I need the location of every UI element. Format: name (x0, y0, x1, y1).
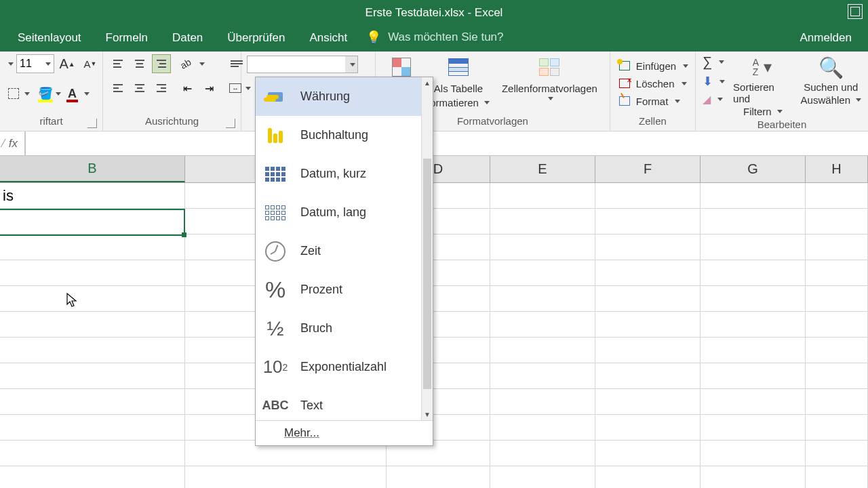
cell[interactable] (595, 338, 701, 363)
cell[interactable] (701, 415, 806, 441)
scroll-down-icon[interactable]: ▼ (422, 409, 433, 420)
cell[interactable] (0, 260, 185, 286)
cell[interactable] (595, 415, 701, 441)
cell[interactable] (806, 363, 868, 389)
cell[interactable] (806, 312, 868, 338)
cell[interactable] (701, 363, 806, 389)
nf-item-scientific[interactable]: 102 Exponentialzahl (256, 348, 433, 386)
cell[interactable] (490, 338, 595, 363)
align-bottom-left[interactable] (108, 79, 127, 98)
cell[interactable] (490, 441, 595, 466)
cell[interactable] (701, 441, 806, 466)
cell[interactable] (701, 312, 806, 338)
tab-formeln[interactable]: Formeln (94, 26, 160, 52)
tab-ueberpruefen[interactable]: Überprüfen (215, 26, 297, 52)
tab-daten[interactable]: Daten (160, 26, 215, 52)
shrink-font-icon[interactable]: A▼ (80, 54, 100, 73)
cell[interactable] (595, 441, 701, 466)
autosum-button[interactable]: ∑ (703, 54, 725, 70)
cell[interactable] (0, 389, 185, 415)
cell[interactable] (701, 235, 806, 260)
cell[interactable] (806, 260, 868, 286)
cell[interactable] (185, 466, 387, 488)
cell[interactable] (0, 441, 185, 466)
fill-button[interactable]: ⬇ (703, 74, 725, 89)
nf-item-percent[interactable]: % Prozent (256, 270, 433, 309)
cell[interactable] (806, 415, 868, 441)
cell[interactable] (701, 260, 806, 286)
cell[interactable] (490, 415, 595, 441)
cell[interactable] (490, 209, 595, 235)
cell-styles-button[interactable]: Zellenformatvorlagen (498, 54, 601, 100)
dialog-launcher-icon[interactable] (87, 119, 97, 128)
col-header-b[interactable]: B (0, 156, 185, 182)
cell[interactable] (806, 389, 868, 415)
align-bottom-right[interactable] (152, 79, 171, 98)
cell[interactable] (595, 389, 701, 415)
cell[interactable] (701, 466, 806, 488)
cell[interactable] (595, 286, 701, 312)
cell-b1[interactable]: is (0, 183, 185, 209)
tab-ansicht[interactable]: Ansicht (297, 26, 359, 52)
number-format-dropdown[interactable] (247, 56, 358, 73)
formula-input[interactable] (26, 131, 868, 155)
cell[interactable] (490, 286, 595, 312)
cell[interactable] (806, 338, 868, 363)
delete-cells-button[interactable]: ✕ Löschen (617, 76, 687, 91)
cell[interactable] (387, 466, 490, 488)
borders-button[interactable] (5, 84, 33, 103)
cell[interactable] (595, 183, 701, 209)
cell[interactable] (0, 209, 185, 235)
align-bottom-center[interactable] (130, 79, 149, 98)
cell[interactable] (490, 466, 595, 488)
menu-scrollbar[interactable]: ▲ ▼ (421, 77, 433, 420)
font-dropdown-icon[interactable] (8, 62, 14, 66)
cell[interactable] (701, 338, 806, 363)
cell[interactable] (490, 312, 595, 338)
cell[interactable] (0, 415, 185, 441)
cell[interactable] (806, 209, 868, 235)
scroll-thumb[interactable] (423, 159, 431, 389)
restore-window-icon[interactable] (848, 4, 863, 19)
nf-more-formats[interactable]: Mehr... (256, 420, 433, 445)
cell[interactable] (701, 209, 806, 235)
cell[interactable] (595, 235, 701, 260)
cancel-icon[interactable]: ⁄ (3, 138, 5, 150)
cell[interactable] (0, 286, 185, 312)
font-color-button[interactable]: A (65, 84, 92, 103)
format-cells-button[interactable]: Format (617, 94, 681, 108)
cell[interactable] (806, 235, 868, 260)
col-header-e[interactable]: E (490, 156, 595, 182)
cell[interactable] (490, 235, 595, 260)
nf-item-time[interactable]: Zeit (256, 232, 433, 270)
cell[interactable] (0, 312, 185, 338)
cell[interactable] (806, 286, 868, 312)
cell[interactable] (806, 183, 868, 209)
cell[interactable] (0, 235, 185, 260)
sort-filter-button[interactable]: A Z ▾ Sortieren und Filtern (733, 54, 793, 117)
cell[interactable] (490, 260, 595, 286)
align-top-center[interactable] (130, 54, 149, 73)
nf-item-date-long[interactable]: Datum, lang (256, 193, 433, 232)
spreadsheet-grid[interactable]: B D E F G H is (function(){ const rows =… (0, 156, 868, 488)
cell[interactable] (490, 389, 595, 415)
insert-cells-button[interactable]: Einfügen (617, 58, 688, 73)
find-select-button[interactable]: 🔍 Suchen und Auswählen (801, 54, 861, 117)
cell[interactable] (595, 209, 701, 235)
cell[interactable] (701, 286, 806, 312)
cell[interactable] (595, 312, 701, 338)
fill-color-button[interactable]: 🪣 (35, 84, 62, 103)
orientation-button[interactable]: ab (178, 54, 208, 73)
nf-item-fraction[interactable]: ½ Bruch (256, 309, 433, 348)
cell[interactable] (490, 183, 595, 209)
col-header-g[interactable]: G (701, 156, 806, 182)
nf-item-date-short[interactable]: Datum, kurz (256, 155, 433, 193)
cell[interactable] (0, 338, 185, 363)
format-as-table-button[interactable]: Als Tabelle formatieren (423, 54, 494, 108)
dialog-launcher-icon[interactable] (226, 119, 235, 128)
cell[interactable] (0, 363, 185, 389)
cell[interactable] (595, 363, 701, 389)
tab-seitenlayout[interactable]: Seitenlayout (5, 26, 94, 52)
grow-font-icon[interactable]: A▲ (57, 54, 77, 73)
cell[interactable] (595, 260, 701, 286)
